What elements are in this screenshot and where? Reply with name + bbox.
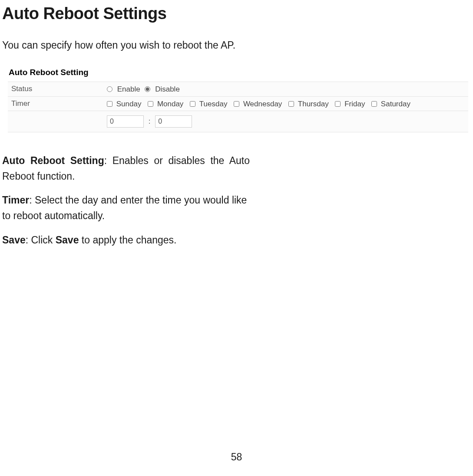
day-monday-label: Monday (157, 99, 183, 108)
day-wednesday-checkbox[interactable] (234, 101, 239, 107)
desc-timer-label: Timer (2, 194, 29, 206)
descriptions-block: Auto Reboot Setting: Enables or disables… (2, 153, 250, 248)
status-enable-radio[interactable] (107, 86, 112, 92)
time-row: : (8, 111, 468, 132)
day-tuesday-label: Tuesday (199, 99, 228, 108)
desc-auto-reboot-label: Auto Reboot Setting (2, 155, 104, 166)
day-monday-checkbox[interactable] (148, 101, 153, 107)
panel-heading: Auto Reboot Setting (8, 68, 468, 82)
timer-days: Sunday Monday Tuesday Wednesday Thursday… (103, 96, 468, 111)
status-disable-radio[interactable] (145, 86, 150, 92)
desc-save: Save: Click Save to apply the changes. (2, 233, 250, 248)
settings-table: Status Enable Disable Timer Sunday Monda… (8, 82, 468, 132)
day-thursday-checkbox[interactable] (288, 101, 294, 107)
desc-auto-reboot: Auto Reboot Setting: Enables or disables… (2, 153, 250, 184)
day-sunday-checkbox[interactable] (107, 101, 112, 107)
minute-input[interactable] (155, 115, 192, 128)
day-saturday-label: Saturday (381, 99, 410, 108)
desc-timer: Timer: Select the day and enter the time… (2, 193, 250, 223)
day-sunday-label: Sunday (116, 99, 142, 108)
status-row: Status Enable Disable (8, 82, 468, 97)
settings-panel: Auto Reboot Setting Status Enable Disabl… (8, 68, 468, 132)
desc-save-label: Save (2, 234, 26, 246)
day-friday-checkbox[interactable] (335, 101, 341, 107)
timer-label: Timer (8, 96, 103, 111)
day-tuesday-checkbox[interactable] (190, 101, 195, 107)
status-label: Status (8, 82, 103, 97)
time-separator: : (149, 117, 151, 125)
day-friday-label: Friday (344, 99, 365, 108)
time-controls: : (103, 111, 468, 132)
status-controls: Enable Disable (103, 82, 468, 97)
day-saturday-checkbox[interactable] (371, 101, 377, 107)
page-number: 58 (0, 451, 473, 463)
status-enable-label: Enable (117, 85, 140, 93)
desc-save-bold-word: Save (56, 234, 79, 246)
desc-save-text-before: : Click (26, 234, 56, 246)
page-title: Auto Reboot Settings (0, 0, 473, 23)
status-disable-label: Disable (155, 85, 180, 93)
time-label-empty (8, 111, 103, 132)
hour-input[interactable] (107, 115, 144, 128)
intro-text: You can specify how often you wish to re… (0, 23, 473, 51)
day-wednesday-label: Wednesday (243, 99, 282, 108)
timer-row: Timer Sunday Monday Tuesday Wednesday Th… (8, 96, 468, 111)
desc-save-text-after: to apply the changes. (79, 234, 176, 246)
day-thursday-label: Thursday (298, 99, 329, 108)
desc-timer-text: : Select the day and enter the time you … (2, 194, 247, 221)
